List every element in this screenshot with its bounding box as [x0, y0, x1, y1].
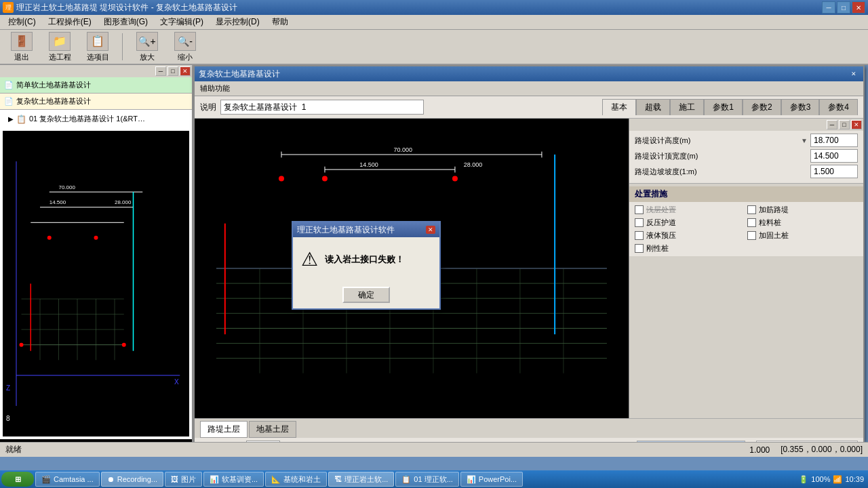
tab-foundation-layers[interactable]: 地基土层 [249, 421, 296, 438]
panel-close[interactable]: ✕ [180, 66, 191, 76]
task-camtasia[interactable]: 🎬 Camtasia ... [35, 472, 100, 487]
height-input[interactable] [810, 134, 858, 147]
task-lizheng2[interactable]: 📋 01 理正软... [395, 472, 458, 487]
layer-count-input[interactable] [246, 441, 280, 442]
desc-label: 说明 [200, 102, 216, 113]
task-geotech[interactable]: 📐 基统和岩土 [265, 472, 327, 487]
top-width-row: 路堤设计顶宽度(m) [635, 149, 858, 163]
tab-param2[interactable]: 参数2 [743, 99, 781, 115]
tree-item-1[interactable]: ▶ 📋 01 复杂软土地基路基设计 1(&RT… [5, 113, 186, 125]
window-controls: ─ □ ✕ [822, 1, 865, 14]
tab-overload[interactable]: 超载 [636, 99, 670, 115]
start-button[interactable]: ⊞ [1, 472, 34, 487]
design-window-titlebar: 复杂软土地基路基设计 ✕ [195, 66, 863, 81]
battery-icon: 🔋 [799, 475, 808, 484]
cb-shallow[interactable] [635, 205, 644, 214]
svg-point-55 [322, 176, 328, 181]
task-powerpoint[interactable]: 📊 PowerPoi... [460, 472, 523, 487]
borrow-header: 是否有取土坑 否 [757, 441, 857, 442]
design-win-close[interactable]: ✕ [848, 69, 859, 79]
main-area: ─ □ ✕ 📄 简单软土地基路基设计 📄 复杂软土地基路基设计 ▶ 📋 01 复… [0, 65, 868, 442]
measure-rigid: 刚性桩 [635, 243, 858, 253]
status-bar: 就绪 1.000 [0.355，0.000，0.000] [0, 442, 868, 457]
description-input[interactable] [220, 100, 424, 115]
tab-param3[interactable]: 参数3 [781, 99, 820, 115]
menu-bar: 控制(C) 工程操作(E) 图形查询(G) 文字编辑(P) 显示控制(D) 帮助 [0, 15, 868, 30]
top-width-input[interactable] [810, 149, 858, 163]
images-icon: 🖼 [171, 475, 178, 483]
training-icon: 📊 [210, 475, 219, 484]
select-item-button[interactable]: 📋 选项目 [81, 32, 114, 62]
task-images[interactable]: 🖼 图片 [165, 472, 202, 487]
slope-label: 路堤边坡坡度(1:m) [635, 167, 808, 177]
alert-title-text: 理正软土地基路基设计软件 [297, 224, 395, 236]
alert-close-btn[interactable]: ✕ [426, 226, 435, 234]
close-button[interactable]: ✕ [852, 1, 865, 14]
scale-display: 1.000 [749, 445, 770, 455]
tree-item-icon: 📋 [16, 115, 26, 124]
measure-reinforced: 加筋路堤 [747, 205, 858, 215]
cb-reinforced[interactable] [747, 205, 756, 214]
svg-text:14.500: 14.500 [359, 161, 378, 168]
task-training[interactable]: 📊 软基训资... [203, 472, 264, 487]
cb-stabilized[interactable] [747, 231, 756, 240]
tab-simple-icon: 📄 [4, 81, 14, 89]
height-arrow: ▼ [801, 137, 808, 144]
exit-button[interactable]: 🚪 退出 [5, 32, 38, 62]
drawing-svg: Z X [3, 131, 189, 436]
tab-param4[interactable]: 参数4 [819, 99, 858, 115]
tab-param1[interactable]: 参数1 [704, 99, 743, 115]
menu-control[interactable]: 控制(C) [3, 15, 41, 29]
rp-maximize[interactable]: □ [839, 120, 850, 129]
menu-display[interactable]: 显示控制(D) [210, 15, 265, 29]
svg-text:70.000: 70.000 [59, 184, 76, 190]
menu-project[interactable]: 工程操作(E) [43, 15, 97, 29]
toolbar: 🚪 退出 📁 选工程 📋 选项目 🔍+ 放大 🔍- 缩小 [0, 30, 868, 65]
slope-input[interactable] [810, 165, 858, 178]
drawing-area: Z X [3, 131, 189, 436]
left-tab-complex[interactable]: 📄 复杂软土地基路基设计 [0, 94, 192, 110]
geotech-icon: 📐 [271, 475, 281, 484]
rp-close[interactable]: ✕ [851, 120, 862, 129]
alert-title-bar: 理正软土地基路基设计软件 ✕ [293, 222, 439, 237]
cb-rigid[interactable] [635, 244, 644, 253]
minimize-button[interactable]: ─ [822, 1, 835, 14]
window-title: 理正岩土软土地基路堤 堤坝设计软件 - 复杂软土地基路基设计 [16, 2, 237, 14]
tab-construction[interactable]: 施工 [670, 99, 704, 115]
zoom-out-button[interactable]: 🔍- 缩小 [169, 32, 201, 62]
cb-counterberm[interactable] [635, 218, 644, 227]
task-lizheng[interactable]: 🏗 理正岩土软... [328, 472, 394, 487]
svg-text:8: 8 [6, 415, 10, 422]
rp-minimize[interactable]: ─ [827, 120, 837, 129]
panel-maximize[interactable]: □ [167, 66, 178, 76]
menu-text[interactable]: 文字编辑(P) [155, 15, 209, 29]
menu-help[interactable]: 帮助 [267, 15, 294, 29]
maximize-button[interactable]: □ [837, 1, 850, 14]
menu-graphics[interactable]: 图形查询(G) [98, 15, 153, 29]
taskbar: ⊞ 🎬 Camtasia ... ⏺ Recording... 🖼 图片 📊 软… [0, 470, 868, 488]
camtasia-icon: 🎬 [41, 475, 51, 484]
cb-preload[interactable] [635, 231, 644, 240]
panel-controls: ─ □ ✕ [0, 65, 192, 77]
borrow-pit: 是否有取土坑 否 路基侧跟(m) --- 坑深度(m) --- [756, 441, 858, 442]
task-recording[interactable]: ⏺ Recording... [101, 472, 163, 487]
left-tab-simple[interactable]: 📄 简单软土地基路基设计 [0, 77, 192, 94]
toolbar-separator-1 [122, 33, 123, 60]
measure-counterberm: 反压护道 [635, 218, 745, 228]
panel-minimize[interactable]: ─ [155, 66, 166, 76]
measure-stabilized: 加固土桩 [747, 230, 858, 241]
cb-granular[interactable] [747, 218, 756, 227]
zoom-in-button[interactable]: 🔍+ 放大 [131, 32, 163, 62]
measures-section: 处置措施 浅层处置 加筋路堤 反压护道 [629, 186, 863, 256]
alert-message: 读入岩土接口失败！ [325, 253, 404, 266]
preload-label: 液体预压 [646, 230, 676, 241]
select-project-button[interactable]: 📁 选工程 [43, 32, 76, 62]
tab-embankment-layers[interactable]: 路堤土层 [200, 421, 248, 438]
design-window-title: 复杂软土地基路基设计 [199, 68, 280, 80]
tab-complex-icon: 📄 [4, 97, 14, 106]
recording-icon: ⏺ [107, 475, 115, 483]
tab-basic[interactable]: 基本 [602, 99, 636, 115]
alert-body: ⚠ 读入岩土接口失败！ [293, 237, 439, 281]
alert-ok-button[interactable]: 确定 [342, 287, 390, 303]
layer-left: 路堤土层数 层号 层厚度(m) 重度(0dF/m3) 内聚力(0dPa) 内摩擦… [200, 441, 626, 442]
